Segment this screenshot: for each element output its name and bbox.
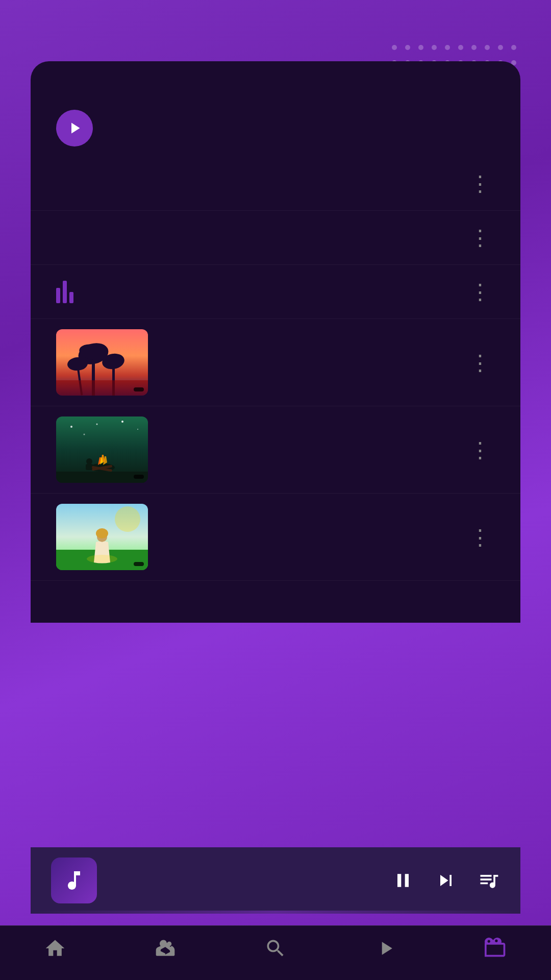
svg-point-29 <box>115 506 140 532</box>
my-video-icon <box>373 936 398 961</box>
svg-point-13 <box>137 429 138 430</box>
track-thumbnail <box>56 416 148 483</box>
thumb-track-info <box>162 360 451 364</box>
vibes-thumbnail <box>56 416 148 483</box>
svg-point-28 <box>96 528 108 538</box>
track-thumbnail <box>56 504 148 570</box>
next-button[interactable] <box>435 869 457 892</box>
shorts-icon <box>153 936 178 961</box>
svg-point-11 <box>96 424 98 425</box>
more-options-button[interactable]: ⋮ <box>465 525 495 550</box>
tabs-container <box>31 61 520 91</box>
svg-point-10 <box>70 426 72 428</box>
svg-point-12 <box>121 421 123 423</box>
track-duration <box>134 387 144 391</box>
track-item[interactable]: ⋮ <box>31 211 520 265</box>
track-duration <box>134 562 144 566</box>
svg-rect-22 <box>86 464 93 470</box>
bottom-navigation <box>0 925 551 980</box>
shuffle-row <box>31 91 520 157</box>
roma-thumbnail <box>56 504 148 570</box>
more-options-button[interactable]: ⋮ <box>465 225 495 250</box>
nav-home[interactable] <box>19 936 91 965</box>
nav-shorts[interactable] <box>130 936 201 965</box>
nav-search[interactable] <box>240 936 311 965</box>
track-item[interactable]: ⋮ <box>31 157 520 211</box>
svg-point-30 <box>87 555 117 563</box>
local-icon <box>484 936 508 961</box>
more-options-button[interactable]: ⋮ <box>465 437 495 462</box>
thumb-track-info <box>162 448 451 452</box>
thumb-track-item[interactable]: ⋮ <box>31 319 520 406</box>
more-options-button[interactable]: ⋮ <box>465 171 495 196</box>
svg-point-14 <box>84 434 85 435</box>
thumb-track-item[interactable]: ⋮ <box>31 406 520 494</box>
wave-line <box>31 911 520 914</box>
thumb-track-info <box>162 535 451 539</box>
nav-local[interactable] <box>460 936 532 965</box>
tropical-thumbnail <box>56 329 148 396</box>
hero-title <box>0 0 551 61</box>
svg-point-21 <box>86 458 92 464</box>
playing-indicator <box>56 281 82 303</box>
track-item-playing[interactable]: ⋮ <box>31 265 520 319</box>
thumb-track-item[interactable]: ⋮ <box>31 494 520 581</box>
pause-button[interactable] <box>392 869 414 892</box>
now-playing-bar <box>31 847 520 914</box>
queue-button[interactable] <box>478 869 500 892</box>
more-options-button[interactable]: ⋮ <box>465 279 495 304</box>
now-playing-icon <box>51 857 97 903</box>
search-icon <box>263 936 288 961</box>
music-note-icon <box>62 868 86 893</box>
track-thumbnail <box>56 329 148 396</box>
playback-controls <box>392 869 500 892</box>
track-duration <box>134 475 144 479</box>
home-icon <box>43 936 67 961</box>
more-options-button[interactable]: ⋮ <box>465 350 495 375</box>
track-list: ⋮ ⋮ ⋮ <box>31 157 520 581</box>
main-card: ⋮ ⋮ ⋮ <box>31 61 520 623</box>
play-icon <box>65 119 84 137</box>
nav-my-video[interactable] <box>350 936 421 965</box>
shuffle-button[interactable] <box>56 110 93 146</box>
